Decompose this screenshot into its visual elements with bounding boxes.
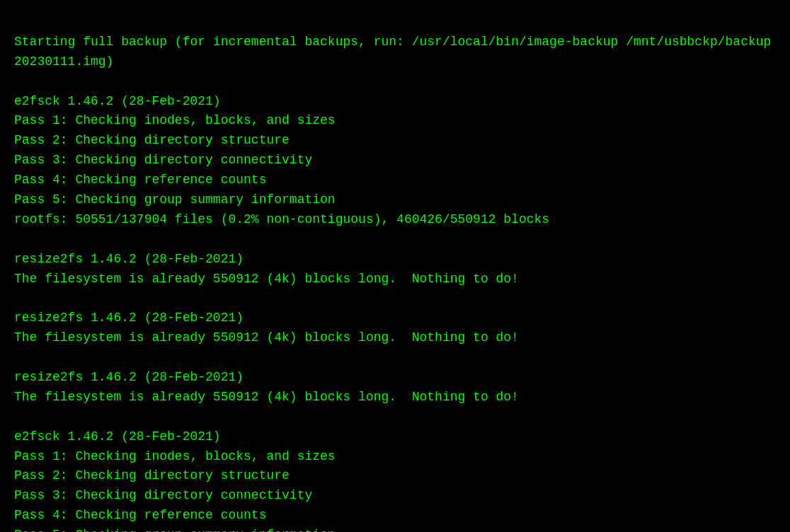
terminal-line: Pass 4: Checking reference counts xyxy=(14,506,776,526)
terminal-line: resize2fs 1.46.2 (28-Feb-2021) xyxy=(14,368,776,388)
terminal-line: resize2fs 1.46.2 (28-Feb-2021) xyxy=(14,308,776,328)
terminal-line: Pass 1: Checking inodes, blocks, and siz… xyxy=(14,447,776,467)
terminal-empty-line xyxy=(14,289,776,308)
terminal-empty-line xyxy=(14,407,776,427)
terminal-line: The filesystem is already 550912 (4k) bl… xyxy=(14,328,776,348)
terminal-line: Pass 4: Checking reference counts xyxy=(14,170,776,190)
terminal-line: Pass 2: Checking directory structure xyxy=(14,131,776,151)
terminal-line: The filesystem is already 550912 (4k) bl… xyxy=(14,388,776,407)
terminal-line: Pass 1: Checking inodes, blocks, and siz… xyxy=(14,111,776,131)
terminal-empty-line xyxy=(14,230,776,250)
terminal-line: resize2fs 1.46.2 (28-Feb-2021) xyxy=(14,250,776,270)
terminal-line: Pass 5: Checking group summary informati… xyxy=(14,526,776,532)
terminal-line: Pass 3: Checking directory connectivity xyxy=(14,151,776,170)
terminal-empty-line xyxy=(14,348,776,368)
terminal-line: e2fsck 1.46.2 (28-Feb-2021) xyxy=(14,427,776,447)
terminal-line: rootfs: 50551/137904 files (0.2% non-con… xyxy=(14,210,776,230)
terminal-line: e2fsck 1.46.2 (28-Feb-2021) xyxy=(14,92,776,112)
terminal-line: Pass 5: Checking group summary informati… xyxy=(14,190,776,210)
terminal-line: Pass 3: Checking directory connectivity xyxy=(14,486,776,506)
terminal-line: Pass 2: Checking directory structure xyxy=(14,466,776,486)
terminal-empty-line xyxy=(14,72,776,92)
terminal-output: Starting full backup (for incremental ba… xyxy=(14,13,776,532)
terminal-line: Starting full backup (for incremental ba… xyxy=(14,33,776,72)
terminal-line: The filesystem is already 550912 (4k) bl… xyxy=(14,270,776,289)
